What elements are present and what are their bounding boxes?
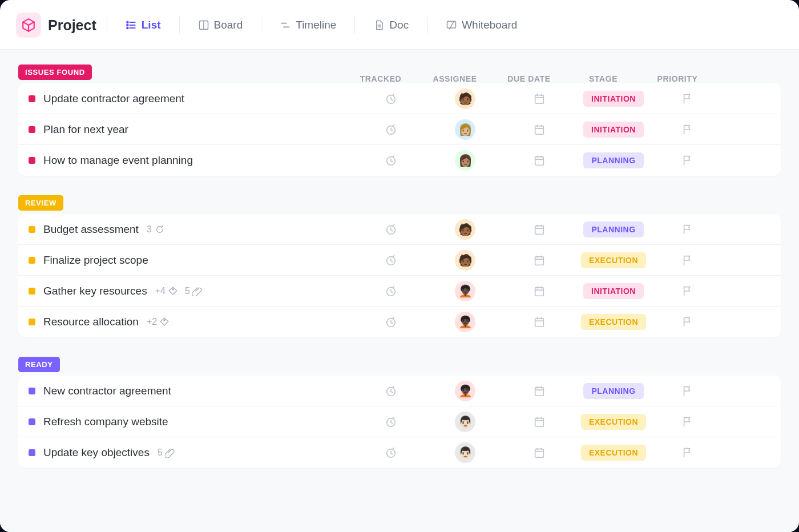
svg-rect-61	[535, 449, 544, 458]
assignee-cell[interactable]: 🧑🏾	[428, 250, 502, 271]
task-row[interactable]: Refresh company website 👨🏻 EXECUTION	[18, 406, 781, 437]
view-tab-timeline[interactable]: Timeline	[272, 15, 344, 35]
view-tab-list[interactable]: List	[118, 15, 169, 35]
group-badge[interactable]: READY	[18, 357, 60, 372]
assignee-cell[interactable]: 👨🏻	[428, 442, 502, 463]
tracked-cell[interactable]	[354, 446, 428, 459]
due-date-cell[interactable]	[502, 285, 576, 297]
due-date-cell[interactable]	[502, 92, 576, 105]
comments-chip[interactable]: 3	[147, 224, 164, 235]
status-dot	[29, 126, 35, 133]
view-tab-board-label: Board	[214, 19, 243, 31]
task-row[interactable]: Finalize project scope 🧑🏾 EXECUTION	[18, 245, 781, 276]
stage-pill: INITIATION	[583, 283, 644, 299]
priority-cell[interactable]	[651, 416, 725, 428]
priority-cell[interactable]	[651, 446, 725, 459]
task-row[interactable]: Gather key resources +45 🧑🏿‍🦱 INITIATION	[18, 276, 781, 307]
timer-icon	[385, 446, 397, 459]
attachments-chip[interactable]: 5	[185, 286, 203, 296]
assignee-cell[interactable]: 👩🏼	[428, 119, 502, 140]
task-row[interactable]: Plan for next year 👩🏼 INITIATION	[18, 114, 781, 145]
tracked-cell[interactable]	[354, 223, 428, 236]
task-meta: +45	[155, 286, 203, 296]
status-dot	[29, 257, 35, 264]
stage-cell[interactable]: EXECUTION	[576, 414, 651, 430]
task-row[interactable]: Resource allocation +2 🧑🏿‍🦱 EXECUTION	[18, 307, 781, 337]
col-priority: PRIORITY	[657, 74, 698, 83]
task-row[interactable]: Budget assessment 3 🧑🏾 PLANNING	[18, 214, 781, 245]
timer-icon	[385, 385, 397, 397]
stage-cell[interactable]: EXECUTION	[576, 252, 651, 268]
stage-cell[interactable]: PLANNING	[576, 221, 651, 237]
assignee-cell[interactable]: 🧑🏿‍🦱	[428, 381, 502, 401]
priority-cell[interactable]	[651, 154, 725, 167]
task-row[interactable]: New contractor agreement 🧑🏿‍🦱 PLANNING	[18, 376, 781, 406]
stage-cell[interactable]: INITIATION	[576, 91, 651, 107]
stage-cell[interactable]: EXECUTION	[576, 445, 651, 461]
due-date-cell[interactable]	[502, 123, 576, 136]
tags-chip[interactable]: +2	[147, 317, 170, 327]
priority-cell[interactable]	[651, 385, 725, 397]
col-tracked: TRACKED	[360, 74, 402, 83]
svg-rect-29	[535, 225, 544, 234]
timer-icon	[385, 223, 397, 236]
tracked-cell[interactable]	[354, 154, 428, 167]
assignee-cell[interactable]: 👨🏻	[428, 412, 502, 432]
due-date-cell[interactable]	[502, 254, 576, 267]
assignee-cell[interactable]: 🧑🏾	[428, 88, 502, 109]
task-row[interactable]: How to manage event planning 👩🏽 PLANNING	[18, 145, 781, 176]
stage-cell[interactable]: PLANNING	[576, 152, 651, 168]
view-tab-doc[interactable]: Doc	[365, 15, 417, 35]
priority-cell[interactable]	[651, 254, 725, 267]
task-list: Budget assessment 3 🧑🏾 PLANNING Finalize…	[18, 214, 781, 337]
tracked-cell[interactable]	[354, 416, 428, 428]
flag-icon	[681, 385, 694, 397]
stage-pill: EXECUTION	[581, 252, 646, 268]
separator	[179, 17, 180, 34]
separator	[261, 17, 261, 34]
calendar-icon	[533, 92, 546, 105]
due-date-cell[interactable]	[502, 316, 576, 328]
tags-chip[interactable]: +4	[155, 286, 178, 296]
priority-cell[interactable]	[651, 285, 725, 297]
stage-cell[interactable]: PLANNING	[576, 383, 651, 399]
tracked-cell[interactable]	[354, 385, 428, 397]
task-group: READY New contractor agreement 🧑🏿‍🦱 PLAN…	[18, 357, 781, 468]
svg-point-38	[172, 288, 173, 289]
due-date-cell[interactable]	[502, 446, 576, 459]
task-group: REVIEW Budget assessment 3 🧑🏾 PLANNING F…	[18, 195, 781, 337]
group-badge[interactable]: REVIEW	[18, 195, 63, 211]
stage-cell[interactable]: INITIATION	[576, 122, 651, 138]
view-tab-whiteboard[interactable]: Whiteboard	[438, 15, 525, 35]
status-dot	[29, 449, 35, 456]
stage-cell[interactable]: EXECUTION	[576, 314, 651, 330]
priority-cell[interactable]	[651, 92, 725, 105]
attachments-chip[interactable]: 5	[158, 448, 175, 458]
calendar-icon	[533, 254, 546, 267]
priority-cell[interactable]	[651, 123, 725, 136]
task-row[interactable]: Update contractor agreement 🧑🏾 INITIATIO…	[18, 83, 781, 114]
task-title: Refresh company website	[43, 416, 168, 428]
tracked-cell[interactable]	[354, 123, 428, 136]
tracked-cell[interactable]	[354, 254, 428, 267]
priority-cell[interactable]	[651, 223, 725, 236]
tracked-cell[interactable]	[354, 316, 428, 328]
stage-cell[interactable]: INITIATION	[576, 283, 651, 299]
due-date-cell[interactable]	[502, 385, 576, 397]
priority-cell[interactable]	[651, 316, 725, 328]
task-row[interactable]: Update key objectives 5 👨🏻 EXECUTION	[18, 437, 781, 468]
assignee-cell[interactable]: 🧑🏾	[428, 219, 502, 240]
timer-icon	[385, 316, 397, 328]
status-dot	[29, 288, 35, 295]
due-date-cell[interactable]	[502, 223, 576, 236]
due-date-cell[interactable]	[502, 154, 576, 167]
assignee-cell[interactable]: 👩🏽	[428, 150, 502, 171]
view-tab-board[interactable]: Board	[190, 15, 251, 35]
stage-pill: EXECUTION	[581, 314, 646, 330]
assignee-cell[interactable]: 🧑🏿‍🦱	[428, 281, 502, 301]
assignee-cell[interactable]: 🧑🏿‍🦱	[428, 312, 502, 332]
due-date-cell[interactable]	[502, 416, 576, 428]
group-badge[interactable]: ISSUES FOUND	[18, 65, 92, 80]
tracked-cell[interactable]	[354, 92, 428, 105]
tracked-cell[interactable]	[354, 285, 428, 297]
